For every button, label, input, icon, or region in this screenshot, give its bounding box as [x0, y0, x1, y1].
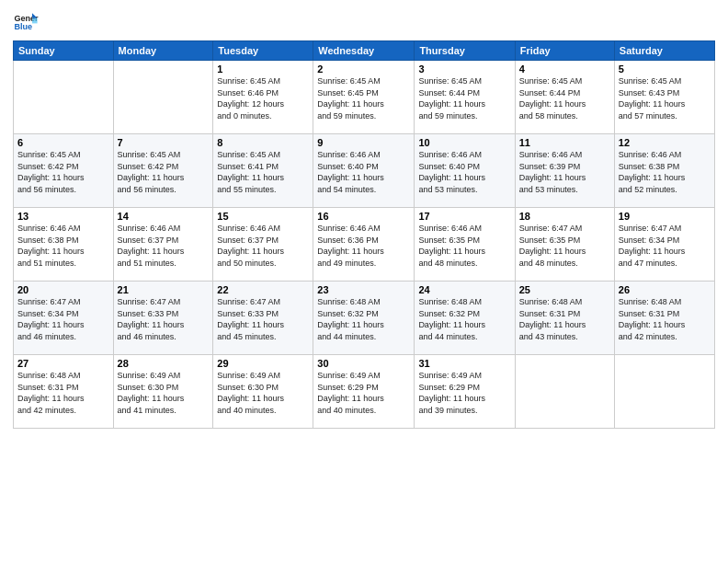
day-cell: 17Sunrise: 6:46 AM Sunset: 6:35 PM Dayli… [415, 208, 515, 282]
day-info: Sunrise: 6:49 AM Sunset: 6:30 PM Dayligh… [118, 370, 210, 416]
day-cell: 30Sunrise: 6:49 AM Sunset: 6:29 PM Dayli… [313, 355, 415, 429]
svg-marker-3 [32, 18, 38, 24]
day-number: 22 [217, 284, 309, 295]
day-cell: 25Sunrise: 6:48 AM Sunset: 6:31 PM Dayli… [515, 282, 614, 355]
day-cell: 1Sunrise: 6:45 AM Sunset: 6:46 PM Daylig… [213, 61, 313, 134]
day-info: Sunrise: 6:48 AM Sunset: 6:32 PM Dayligh… [317, 296, 410, 342]
day-number: 17 [418, 211, 510, 222]
day-info: Sunrise: 6:45 AM Sunset: 6:43 PM Dayligh… [619, 75, 711, 121]
day-cell: 12Sunrise: 6:46 AM Sunset: 6:38 PM Dayli… [614, 134, 714, 208]
day-number: 1 [217, 63, 309, 75]
day-info: Sunrise: 6:46 AM Sunset: 6:37 PM Dayligh… [118, 223, 210, 269]
day-info: Sunrise: 6:46 AM Sunset: 6:35 PM Dayligh… [418, 223, 510, 269]
day-info: Sunrise: 6:46 AM Sunset: 6:36 PM Dayligh… [317, 223, 410, 269]
day-number: 28 [118, 358, 210, 369]
header-day: Friday [515, 41, 614, 61]
day-cell: 29Sunrise: 6:49 AM Sunset: 6:30 PM Dayli… [213, 355, 313, 429]
day-number: 7 [118, 137, 210, 148]
day-cell [614, 355, 714, 429]
day-info: Sunrise: 6:46 AM Sunset: 6:37 PM Dayligh… [217, 223, 309, 269]
day-cell [14, 61, 114, 134]
day-number: 27 [17, 358, 109, 369]
day-info: Sunrise: 6:46 AM Sunset: 6:39 PM Dayligh… [519, 149, 610, 195]
day-info: Sunrise: 6:45 AM Sunset: 6:42 PM Dayligh… [118, 149, 210, 195]
day-cell [515, 355, 614, 429]
day-info: Sunrise: 6:49 AM Sunset: 6:30 PM Dayligh… [217, 370, 309, 416]
day-number: 23 [317, 284, 410, 295]
day-cell: 28Sunrise: 6:49 AM Sunset: 6:30 PM Dayli… [113, 355, 213, 429]
day-number: 9 [317, 137, 410, 148]
day-number: 19 [619, 211, 711, 222]
day-cell [113, 61, 213, 134]
week-row: 6Sunrise: 6:45 AM Sunset: 6:42 PM Daylig… [14, 134, 715, 208]
day-info: Sunrise: 6:48 AM Sunset: 6:31 PM Dayligh… [17, 370, 109, 416]
week-row: 13Sunrise: 6:46 AM Sunset: 6:38 PM Dayli… [14, 208, 715, 282]
day-cell: 9Sunrise: 6:46 AM Sunset: 6:40 PM Daylig… [313, 134, 415, 208]
day-number: 4 [519, 63, 610, 75]
day-info: Sunrise: 6:45 AM Sunset: 6:46 PM Dayligh… [217, 75, 309, 121]
day-cell: 27Sunrise: 6:48 AM Sunset: 6:31 PM Dayli… [14, 355, 114, 429]
header-day: Thursday [415, 41, 515, 61]
page: General Blue SundayMondayTuesdayWednesda… [0, 0, 728, 563]
day-number: 5 [619, 63, 711, 75]
day-number: 29 [217, 358, 309, 369]
day-number: 25 [519, 284, 610, 295]
day-cell: 22Sunrise: 6:47 AM Sunset: 6:33 PM Dayli… [213, 282, 313, 355]
day-info: Sunrise: 6:45 AM Sunset: 6:44 PM Dayligh… [418, 75, 510, 121]
day-info: Sunrise: 6:47 AM Sunset: 6:35 PM Dayligh… [519, 223, 610, 269]
week-row: 27Sunrise: 6:48 AM Sunset: 6:31 PM Dayli… [14, 355, 715, 429]
day-info: Sunrise: 6:48 AM Sunset: 6:31 PM Dayligh… [519, 296, 610, 342]
calendar: SundayMondayTuesdayWednesdayThursdayFrid… [13, 40, 715, 429]
header-day: Wednesday [313, 41, 415, 61]
day-info: Sunrise: 6:46 AM Sunset: 6:38 PM Dayligh… [619, 149, 711, 195]
week-row: 1Sunrise: 6:45 AM Sunset: 6:46 PM Daylig… [14, 61, 715, 134]
day-info: Sunrise: 6:45 AM Sunset: 6:44 PM Dayligh… [519, 75, 610, 121]
day-cell: 31Sunrise: 6:49 AM Sunset: 6:29 PM Dayli… [415, 355, 515, 429]
day-info: Sunrise: 6:46 AM Sunset: 6:38 PM Dayligh… [17, 223, 109, 269]
day-cell: 3Sunrise: 6:45 AM Sunset: 6:44 PM Daylig… [415, 61, 515, 134]
day-cell: 2Sunrise: 6:45 AM Sunset: 6:45 PM Daylig… [313, 61, 415, 134]
header: General Blue [13, 9, 715, 35]
logo-icon: General Blue [13, 9, 39, 35]
day-cell: 8Sunrise: 6:45 AM Sunset: 6:41 PM Daylig… [213, 134, 313, 208]
day-number: 11 [519, 137, 610, 148]
header-day: Sunday [14, 41, 114, 61]
header-day: Saturday [614, 41, 714, 61]
day-cell: 10Sunrise: 6:46 AM Sunset: 6:40 PM Dayli… [415, 134, 515, 208]
day-info: Sunrise: 6:46 AM Sunset: 6:40 PM Dayligh… [418, 149, 510, 195]
day-cell: 5Sunrise: 6:45 AM Sunset: 6:43 PM Daylig… [614, 61, 714, 134]
day-info: Sunrise: 6:49 AM Sunset: 6:29 PM Dayligh… [418, 370, 510, 416]
header-row: SundayMondayTuesdayWednesdayThursdayFrid… [14, 41, 715, 61]
day-info: Sunrise: 6:47 AM Sunset: 6:33 PM Dayligh… [217, 296, 309, 342]
day-info: Sunrise: 6:47 AM Sunset: 6:34 PM Dayligh… [619, 223, 711, 269]
header-day: Tuesday [213, 41, 313, 61]
day-number: 8 [217, 137, 309, 148]
day-number: 13 [17, 211, 109, 222]
day-info: Sunrise: 6:45 AM Sunset: 6:45 PM Dayligh… [317, 75, 410, 121]
day-number: 16 [317, 211, 410, 222]
day-cell: 21Sunrise: 6:47 AM Sunset: 6:33 PM Dayli… [113, 282, 213, 355]
day-cell: 18Sunrise: 6:47 AM Sunset: 6:35 PM Dayli… [515, 208, 614, 282]
day-cell: 15Sunrise: 6:46 AM Sunset: 6:37 PM Dayli… [213, 208, 313, 282]
day-number: 15 [217, 211, 309, 222]
day-info: Sunrise: 6:45 AM Sunset: 6:42 PM Dayligh… [17, 149, 109, 195]
day-number: 31 [418, 358, 510, 369]
day-number: 21 [118, 284, 210, 295]
day-info: Sunrise: 6:48 AM Sunset: 6:32 PM Dayligh… [418, 296, 510, 342]
day-number: 30 [317, 358, 410, 369]
day-cell: 13Sunrise: 6:46 AM Sunset: 6:38 PM Dayli… [14, 208, 114, 282]
day-cell: 6Sunrise: 6:45 AM Sunset: 6:42 PM Daylig… [14, 134, 114, 208]
day-number: 14 [118, 211, 210, 222]
header-day: Monday [113, 41, 213, 61]
day-number: 26 [619, 284, 711, 295]
day-number: 20 [17, 284, 109, 295]
day-cell: 26Sunrise: 6:48 AM Sunset: 6:31 PM Dayli… [614, 282, 714, 355]
day-number: 12 [619, 137, 711, 148]
day-number: 10 [418, 137, 510, 148]
day-info: Sunrise: 6:46 AM Sunset: 6:40 PM Dayligh… [317, 149, 410, 195]
day-number: 3 [418, 63, 510, 75]
day-cell: 4Sunrise: 6:45 AM Sunset: 6:44 PM Daylig… [515, 61, 614, 134]
day-number: 24 [418, 284, 510, 295]
day-info: Sunrise: 6:49 AM Sunset: 6:29 PM Dayligh… [317, 370, 410, 416]
day-number: 18 [519, 211, 610, 222]
